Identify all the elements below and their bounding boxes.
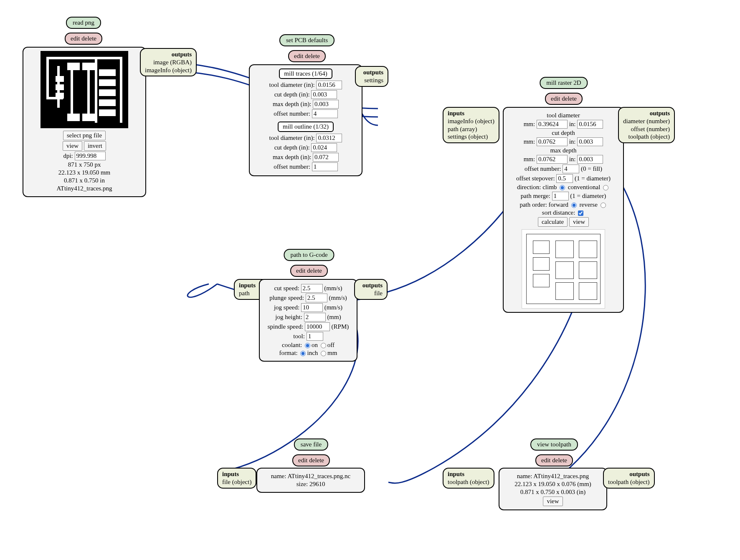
port-read-png-outputs[interactable]: outputs image (RGBA) imageInfo (object)	[140, 48, 197, 76]
jogspeed-input[interactable]	[301, 303, 323, 312]
view-button-raster[interactable]: view	[569, 217, 589, 227]
port-mill-raster-inputs[interactable]: inputs imageInfo (object) path (array) s…	[443, 107, 499, 143]
node-view-toolpath[interactable]: name: ATtiny412_traces.png 22.123 x 19.0…	[499, 468, 607, 510]
dims-mm: 22.123 x 19.050 mm	[28, 169, 141, 176]
pcb-preview-image	[41, 51, 128, 128]
node-title-mill-raster[interactable]: mill raster 2D	[540, 77, 588, 89]
node-title-view-toolpath[interactable]: view toolpath	[530, 438, 578, 451]
coolant-off-radio[interactable]	[321, 343, 326, 348]
edit-delete-save-file[interactable]: edit delete	[292, 454, 330, 466]
order-fwd-radio[interactable]	[571, 203, 577, 208]
dpi-input[interactable]	[75, 152, 106, 160]
invert-button[interactable]: invert	[84, 141, 106, 151]
view-toolpath-button[interactable]: view	[543, 497, 563, 506]
traces-maxdepth-input[interactable]	[313, 100, 339, 109]
dpi-label: dpi:	[63, 152, 73, 160]
spindle-input[interactable]	[305, 322, 330, 331]
node-title-gcode[interactable]: path to G-code	[284, 249, 334, 261]
maxdepth-in-input[interactable]	[577, 155, 603, 164]
node-title-pcb-defaults[interactable]: set PCB defaults	[279, 34, 335, 46]
traces-tooldia-input[interactable]	[316, 81, 342, 89]
edit-delete-gcode[interactable]: edit delete	[290, 265, 328, 277]
port-view-toolpath-outputs[interactable]: outputs toolpath (object)	[603, 468, 655, 489]
port-gcode-outputs[interactable]: outputs file	[354, 279, 388, 300]
cutspeed-input[interactable]	[301, 284, 323, 293]
pathmerge-input[interactable]	[552, 192, 569, 200]
order-rev-radio[interactable]	[601, 203, 606, 208]
node-title-save-file[interactable]: save file	[294, 438, 328, 451]
calculate-button[interactable]: calculate	[538, 217, 568, 227]
dims-px: 871 x 750 px	[28, 161, 141, 168]
format-inch-radio[interactable]	[300, 351, 306, 356]
cutdepth-in-input[interactable]	[577, 137, 603, 146]
format-mm-radio[interactable]	[321, 351, 326, 356]
node-read-png[interactable]: select png file view invert dpi: 871 x 7…	[23, 47, 146, 197]
port-mill-raster-outputs[interactable]: outputs diameter (number) offset (number…	[618, 107, 675, 143]
edit-delete-pcb-defaults[interactable]: edit delete	[288, 50, 326, 62]
view-button[interactable]: view	[63, 141, 82, 151]
view-toolpath-name: ATtiny412_traces.png	[533, 473, 589, 479]
plungespeed-input[interactable]	[306, 294, 327, 302]
maxdepth-mm-input[interactable]	[537, 155, 568, 164]
toolpath-preview-image	[522, 229, 605, 309]
node-pcb-defaults[interactable]: mill traces (1/64) tool diameter (in): c…	[249, 64, 362, 176]
offsetnum-input[interactable]	[563, 165, 579, 173]
jogheight-input[interactable]	[304, 313, 326, 322]
edit-delete-view-toolpath[interactable]: edit delete	[535, 454, 573, 466]
outline-maxdepth-input[interactable]	[313, 153, 339, 162]
direction-conv-radio[interactable]	[603, 185, 608, 190]
port-view-toolpath-inputs[interactable]: inputs toolpath (object)	[443, 468, 494, 489]
port-pcb-defaults-outputs[interactable]: outputs settings	[355, 66, 388, 87]
node-save-file[interactable]: name: ATtiny412_traces.png.nc size: 2961…	[256, 468, 365, 493]
save-file-name: ATtiny412_traces.png.nc	[287, 473, 350, 479]
traces-offsetnum-input[interactable]	[312, 109, 338, 118]
filename: ATtiny412_traces.png	[28, 185, 141, 192]
select-png-button[interactable]: select png file	[63, 131, 106, 140]
node-mill-raster[interactable]: tool diameter mm: in: cut depth mm: in: …	[503, 107, 624, 313]
node-title-read-png[interactable]: read png	[66, 17, 101, 29]
outline-offsetnum-input[interactable]	[312, 162, 338, 171]
traces-cutdepth-input[interactable]	[311, 90, 337, 99]
edit-delete-read-png[interactable]: edit delete	[65, 33, 102, 45]
offsetstep-input[interactable]	[556, 174, 573, 183]
dims-in: 0.871 x 0.750 in	[28, 177, 141, 184]
cutdepth-mm-input[interactable]	[537, 137, 568, 146]
node-graph-canvas[interactable]: read png edit delete select png file vie…	[0, 0, 740, 560]
outline-cutdepth-input[interactable]	[311, 143, 337, 152]
view-toolpath-dims-in: 0.871 x 0.750 x 0.003 (in)	[504, 489, 602, 496]
save-file-size: 29610	[309, 481, 325, 487]
tool-input[interactable]	[307, 332, 323, 341]
direction-climb-radio[interactable]	[560, 185, 565, 190]
mill-outline-button[interactable]: mill outline (1/32)	[278, 122, 334, 132]
edit-delete-mill-raster[interactable]: edit delete	[545, 93, 583, 105]
mill-traces-button[interactable]: mill traces (1/64)	[279, 68, 332, 79]
view-toolpath-dims-mm: 22.123 x 19.050 x 0.076 (mm)	[504, 481, 602, 488]
node-gcode[interactable]: cut speed: (mm/s) plunge speed: (mm/s) j…	[259, 279, 357, 362]
tooldia-mm-input[interactable]	[537, 120, 568, 129]
outline-tooldia-input[interactable]	[316, 134, 342, 142]
coolant-on-radio[interactable]	[305, 343, 310, 348]
port-save-file-inputs[interactable]: inputs file (object)	[217, 468, 256, 489]
sort-distance-checkbox[interactable]	[578, 210, 583, 216]
tooldia-in-input[interactable]	[577, 120, 603, 129]
